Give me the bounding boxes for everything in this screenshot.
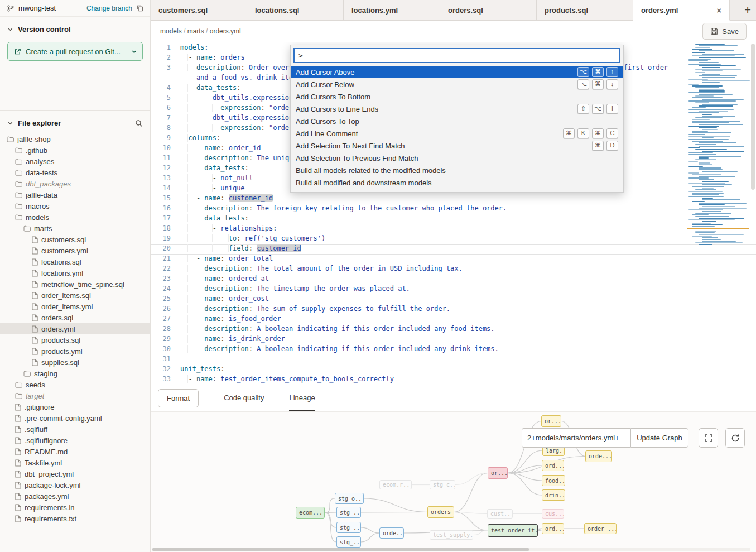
format-button[interactable]: Format bbox=[158, 389, 199, 407]
tree-item-staging[interactable]: staging bbox=[0, 368, 150, 379]
tree-item-supplies.sql[interactable]: supplies.sql bbox=[0, 357, 150, 368]
lineage-node-test_order_it[interactable]: test_order_it... bbox=[488, 524, 538, 537]
close-icon[interactable]: × bbox=[712, 6, 721, 15]
minimap[interactable] bbox=[687, 44, 749, 246]
tab-locations.yml[interactable]: locations.yml bbox=[344, 0, 440, 21]
version-control-header[interactable]: Version control bbox=[0, 17, 150, 39]
palette-item[interactable]: Add Cursor Above⌥⌘↑ bbox=[291, 66, 623, 78]
lineage-node-or[interactable]: or... bbox=[488, 467, 508, 479]
tree-item-marts[interactable]: marts bbox=[0, 223, 150, 234]
lineage-node-test_supply[interactable]: test_supply... bbox=[430, 530, 473, 540]
palette-item[interactable]: Add Cursors To Bottom bbox=[291, 90, 623, 103]
tree-item-metricflow_time_spine.sql[interactable]: metricflow_time_spine.sql bbox=[0, 279, 150, 290]
file-explorer-header[interactable]: File explorer bbox=[0, 111, 150, 132]
tab-locations.sql[interactable]: locations.sql bbox=[247, 0, 344, 21]
tree-item-orders.yml[interactable]: orders.yml bbox=[0, 323, 150, 334]
tree-item-data-tests[interactable]: data-tests bbox=[0, 167, 150, 178]
code-editor[interactable]: 1models:2 - name: orders3 description: O… bbox=[151, 42, 756, 385]
breadcrumb-item[interactable]: orders.yml bbox=[210, 27, 241, 35]
tree-item-requirements.in[interactable]: requirements.in bbox=[0, 502, 150, 513]
save-button[interactable]: Save bbox=[702, 23, 747, 40]
tree-item-README.md[interactable]: README.md bbox=[0, 446, 150, 457]
palette-item[interactable]: Add Line Comment⌘K⌘C bbox=[291, 127, 623, 140]
tab-code-quality[interactable]: Code quality bbox=[224, 385, 264, 411]
update-graph-button[interactable]: Update Graph bbox=[630, 428, 688, 448]
tree-item-jaffle-shop[interactable]: jaffle-shop bbox=[0, 133, 150, 145]
copy-icon[interactable] bbox=[136, 4, 143, 12]
tab-orders.yml[interactable]: orders.yml× bbox=[633, 0, 730, 21]
tree-item-locations.sql[interactable]: locations.sql bbox=[0, 256, 150, 267]
create-pr-button[interactable]: Create a pull request on Git... bbox=[7, 42, 143, 61]
lineage-node-or[interactable]: or... bbox=[541, 415, 561, 427]
tab-lineage[interactable]: Lineage bbox=[289, 385, 315, 411]
lineage-node-stg_[interactable]: stg_... bbox=[336, 536, 361, 548]
palette-item[interactable]: Build all models related to the modified… bbox=[291, 164, 623, 176]
tree-item-order_items.yml[interactable]: order_items.yml bbox=[0, 301, 150, 312]
command-palette-input[interactable]: > bbox=[294, 49, 620, 63]
editor-scrollbar[interactable] bbox=[750, 42, 756, 385]
tree-item-jaffle-data[interactable]: jaffle-data bbox=[0, 189, 150, 200]
palette-item[interactable]: Build all modified and downstream models bbox=[291, 176, 623, 189]
lineage-node-stg_o[interactable]: stg_o... bbox=[335, 493, 364, 504]
tree-item-order_items.sql[interactable]: order_items.sql bbox=[0, 290, 150, 301]
breadcrumb-item[interactable]: models bbox=[160, 27, 182, 35]
palette-item[interactable]: Add Cursors To Top bbox=[291, 115, 623, 127]
tab-orders.sql[interactable]: orders.sql bbox=[440, 0, 537, 21]
tree-item-products.sql[interactable]: products.sql bbox=[0, 334, 150, 345]
change-branch-link[interactable]: Change branch bbox=[86, 4, 132, 12]
lineage-node-food[interactable]: food... bbox=[542, 475, 565, 486]
lineage-node-stg_[interactable]: stg_... bbox=[336, 507, 361, 518]
search-icon[interactable] bbox=[135, 119, 143, 127]
tree-item-models[interactable]: models bbox=[0, 212, 150, 223]
fullscreen-button[interactable] bbox=[699, 428, 718, 448]
tab-products.sql[interactable]: products.sql bbox=[537, 0, 633, 21]
palette-item[interactable]: Add Cursor Below⌥⌘↓ bbox=[291, 78, 623, 90]
new-tab-button[interactable]: + bbox=[744, 4, 751, 16]
tree-item-.pre-commit-config.yaml[interactable]: .pre-commit-config.yaml bbox=[0, 412, 150, 424]
palette-item[interactable]: Add Cursors to Line Ends⇧⌥I bbox=[291, 103, 623, 115]
lineage-hscrollbar[interactable] bbox=[152, 548, 750, 551]
lineage-node-orde[interactable]: orde... bbox=[585, 450, 612, 462]
lineage-node-ord[interactable]: ord... bbox=[542, 460, 564, 471]
breadcrumb-item[interactable]: marts bbox=[187, 27, 204, 35]
tree-item-package-lock.yml[interactable]: package-lock.yml bbox=[0, 479, 150, 491]
lineage-node-stg_[interactable]: stg_... bbox=[336, 522, 361, 533]
lineage-node-order_[interactable]: order_... bbox=[584, 523, 617, 534]
lineage-node-cust[interactable]: cust.... bbox=[487, 509, 513, 519]
lineage-node-stg_c[interactable]: stg_c... bbox=[430, 480, 455, 489]
lineage-node-ord[interactable]: ord... bbox=[542, 523, 564, 534]
pr-dropdown-chevron[interactable] bbox=[126, 42, 142, 60]
tree-item-.gitignore[interactable]: .gitignore bbox=[0, 401, 150, 412]
tree-item-requirements.txt[interactable]: requirements.txt bbox=[0, 513, 150, 524]
tab-customers.sql[interactable]: customers.sql bbox=[151, 0, 247, 21]
tree-item-Taskfile.yml[interactable]: Taskfile.yml bbox=[0, 457, 150, 468]
tree-item-macros[interactable]: macros bbox=[0, 200, 150, 212]
tree-item-customers.yml[interactable]: customers.yml bbox=[0, 245, 150, 256]
lineage-filter-input[interactable]: 2+models/marts/orders.yml+ bbox=[522, 428, 630, 448]
create-pr-main[interactable]: Create a pull request on Git... bbox=[8, 42, 126, 60]
lineage-node-orders[interactable]: orders bbox=[427, 506, 454, 518]
tree-item-analyses[interactable]: analyses bbox=[0, 156, 150, 167]
tree-item-.sqlfluff[interactable]: .sqlfluff bbox=[0, 424, 150, 435]
tree-item-dbt_packages[interactable]: dbt_packages bbox=[0, 178, 150, 189]
lineage-node-ecomr[interactable]: ecom.r... bbox=[379, 480, 412, 489]
lineage-canvas[interactable]: or...orde...larg...ord...food...drin...o… bbox=[151, 412, 756, 552]
tree-item-.github[interactable]: .github bbox=[0, 145, 150, 156]
tree-item-products.yml[interactable]: products.yml bbox=[0, 345, 150, 357]
lineage-node-drin[interactable]: drin... bbox=[542, 489, 565, 501]
tree-item-orders.sql[interactable]: orders.sql bbox=[0, 312, 150, 323]
tree-item-seeds[interactable]: seeds bbox=[0, 379, 150, 390]
refresh-button[interactable] bbox=[725, 428, 745, 448]
tree-item-dbt_project.yml[interactable]: dbt_project.yml bbox=[0, 468, 150, 479]
lineage-node-ecom[interactable]: ecom.... bbox=[296, 507, 325, 519]
tree-item-target[interactable]: target bbox=[0, 390, 150, 401]
lineage-node-orde[interactable]: orde... bbox=[379, 527, 404, 539]
tree-item-locations.yml[interactable]: locations.yml bbox=[0, 267, 150, 279]
tree-item-customers.sql[interactable]: customers.sql bbox=[0, 234, 150, 245]
lineage-node-cus[interactable]: cus... bbox=[542, 509, 564, 519]
tree-item-.sqlfluffignore[interactable]: .sqlfluffignore bbox=[0, 435, 150, 446]
tree-item-packages.yml[interactable]: packages.yml bbox=[0, 491, 150, 502]
editor-scrollbar-thumb[interactable] bbox=[751, 44, 755, 190]
lineage-hscrollbar-thumb[interactable] bbox=[152, 548, 529, 551]
palette-item[interactable]: Add Selection To Previous Find Match bbox=[291, 152, 623, 164]
